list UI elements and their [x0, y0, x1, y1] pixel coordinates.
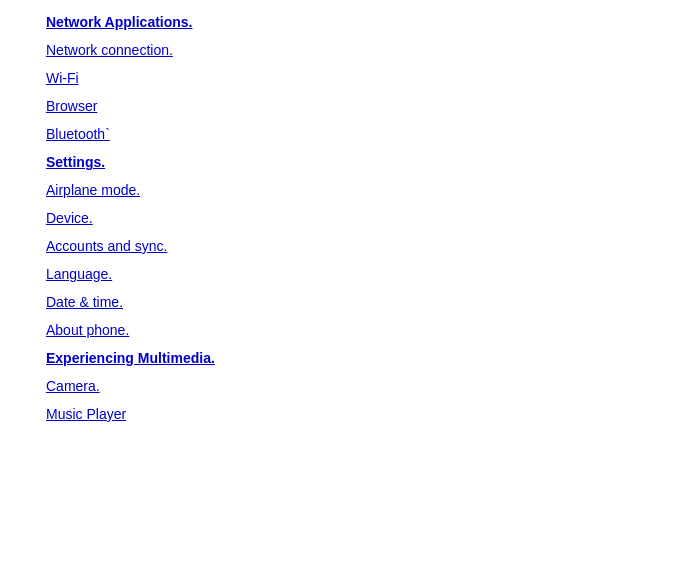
menu-item-music-player: Music Player	[0, 400, 680, 428]
menu-link-airplane-mode[interactable]: Airplane mode.	[46, 182, 140, 198]
menu-link-accounts-and-sync[interactable]: Accounts and sync.	[46, 238, 167, 254]
menu-link-network-applications[interactable]: Network Applications.	[46, 14, 193, 30]
menu-item-camera: Camera.	[0, 372, 680, 400]
menu-item-language: Language.	[0, 260, 680, 288]
menu-item-browser: Browser	[0, 92, 680, 120]
menu-link-bluetooth[interactable]: Bluetooth`	[46, 126, 110, 142]
menu-link-about-phone[interactable]: About phone.	[46, 322, 129, 338]
menu-link-device[interactable]: Device.	[46, 210, 93, 226]
menu-item-bluetooth: Bluetooth`	[0, 120, 680, 148]
menu-link-browser[interactable]: Browser	[46, 98, 97, 114]
menu-item-date-and-time: Date & time.	[0, 288, 680, 316]
menu-item-wifi: Wi-Fi	[0, 64, 680, 92]
menu-item-settings: Settings.	[0, 148, 680, 176]
menu-link-date-and-time[interactable]: Date & time.	[46, 294, 123, 310]
menu-link-language[interactable]: Language.	[46, 266, 112, 282]
menu-link-camera[interactable]: Camera.	[46, 378, 100, 394]
menu-link-music-player[interactable]: Music Player	[46, 406, 126, 422]
menu-item-airplane-mode: Airplane mode.	[0, 176, 680, 204]
menu-item-network-applications: Network Applications.	[0, 8, 680, 36]
menu-link-wifi[interactable]: Wi-Fi	[46, 70, 79, 86]
menu-item-device: Device.	[0, 204, 680, 232]
menu-item-network-connection: Network connection.	[0, 36, 680, 64]
menu-item-experiencing-multimedia: Experiencing Multimedia.	[0, 344, 680, 372]
menu-item-about-phone: About phone.	[0, 316, 680, 344]
menu-link-experiencing-multimedia[interactable]: Experiencing Multimedia.	[46, 350, 215, 366]
menu-link-settings[interactable]: Settings.	[46, 154, 105, 170]
menu-link-network-connection[interactable]: Network connection.	[46, 42, 173, 58]
main-menu: Network Applications.Network connection.…	[0, 8, 680, 428]
menu-item-accounts-and-sync: Accounts and sync.	[0, 232, 680, 260]
